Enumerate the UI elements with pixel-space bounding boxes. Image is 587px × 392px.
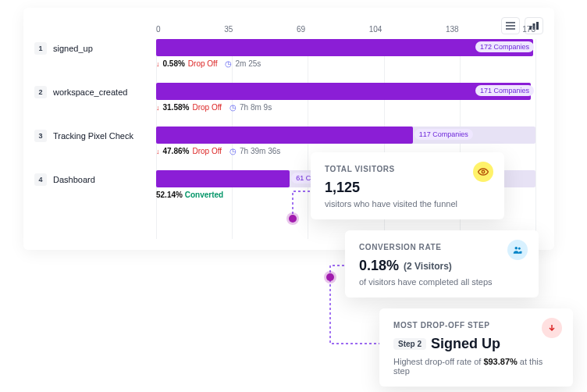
- drop-label: Drop Off: [192, 103, 222, 112]
- time-value: 2m 25s: [235, 59, 261, 68]
- card-value: 0.18% (2 Visitors): [359, 258, 525, 274]
- svg-rect-5: [536, 22, 539, 30]
- conversion-pct: 0.18%: [359, 258, 399, 274]
- card-sub: of visitors have completed all steps: [359, 277, 525, 287]
- most-dropoff-card[interactable]: MOST DROP-OFF STEP Step 2 Signed Up High…: [379, 308, 573, 387]
- drop-label: Drop Off: [192, 147, 222, 155]
- eye-icon: [473, 162, 493, 182]
- card-title: CONVERSION RATE: [359, 243, 525, 251]
- drop-pct: 47.86%: [163, 147, 190, 155]
- step-label: signed_up: [53, 44, 93, 53]
- drop-pct: 31.58%: [163, 103, 190, 112]
- card-value: 1,125: [325, 180, 490, 196]
- time-stat: ◷ 2m 25s: [225, 59, 261, 68]
- drop-off-stat: ↓ 31.58% Drop Off: [156, 103, 222, 112]
- step-number: 2: [34, 86, 47, 98]
- arrow-down-icon: [542, 318, 562, 338]
- card-value: Step 2 Signed Up: [393, 336, 559, 352]
- rate-prefix: Highest drop-off rate of: [393, 357, 483, 366]
- funnel-bar[interactable]: [156, 170, 290, 187]
- people-icon: [507, 240, 528, 260]
- x-tick: 69: [297, 25, 305, 34]
- arrow-down-icon: ↓: [156, 60, 160, 68]
- svg-point-9: [482, 170, 485, 173]
- clock-icon: ◷: [225, 59, 232, 68]
- drop-label: Drop Off: [188, 59, 218, 68]
- arrow-down-icon: ↓: [156, 148, 160, 155]
- x-axis: 0 35 69 104 138 173: [156, 25, 535, 34]
- svg-point-10: [515, 247, 518, 250]
- step-number: 1: [34, 42, 47, 55]
- x-tick: 0: [156, 25, 161, 34]
- clock-icon: ◷: [229, 103, 237, 112]
- total-visitors-card[interactable]: TOTAL VISITORS 1,125 visitors who have v…: [311, 152, 504, 219]
- drop-off-stat: ↓ 0.58% Drop Off: [156, 59, 217, 68]
- drop-pct: 0.58%: [163, 59, 185, 68]
- step-number: 3: [34, 130, 47, 142]
- converted-stat: 52.14% Converted: [156, 191, 223, 199]
- svg-rect-0: [506, 22, 515, 23]
- count-badge: 172 Companies: [475, 41, 534, 52]
- drop-off-stat: ↓ 47.86% Drop Off: [156, 147, 222, 155]
- card-sub: Highest drop-off rate of $93.87% at this…: [393, 357, 559, 376]
- x-tick: 104: [369, 25, 382, 34]
- time-value: 7h 39m 36s: [240, 147, 280, 155]
- step-label: Dashboard: [53, 175, 95, 184]
- arrow-down-icon: ↓: [156, 104, 160, 112]
- count-badge: 117 Companies: [414, 129, 473, 140]
- card-sub: visitors who have visited the funnel: [325, 199, 490, 208]
- conversion-extra: (2 Visitors): [404, 261, 452, 272]
- step-number: 4: [34, 173, 47, 186]
- clock-icon: ◷: [229, 147, 237, 155]
- converted-pct: 52.14%: [156, 191, 183, 199]
- count-badge: 171 Companies: [475, 85, 534, 96]
- time-stat: ◷ 7h 8m 9s: [229, 103, 272, 112]
- step-label: Tracking Pixel Check: [53, 131, 133, 141]
- card-title: TOTAL VISITORS: [325, 165, 490, 173]
- step-chip: Step 2: [393, 338, 426, 350]
- card-title: MOST DROP-OFF STEP: [393, 321, 559, 330]
- funnel-step-row: 1 signed_up 172 Companies ↓ 0.58% Drop O…: [34, 39, 535, 83]
- funnel-bar[interactable]: [156, 127, 413, 144]
- connector-dot: [326, 273, 334, 281]
- x-tick: 173: [522, 25, 535, 34]
- connector-dot: [289, 215, 297, 223]
- conversion-rate-card[interactable]: CONVERSION RATE 0.18% (2 Visitors) of vi…: [345, 230, 539, 298]
- time-value: 7h 8m 9s: [240, 103, 272, 112]
- svg-point-11: [518, 248, 521, 250]
- rate-value: $93.87%: [483, 357, 517, 366]
- x-tick: 35: [224, 25, 233, 34]
- dropoff-step-name: Signed Up: [431, 336, 500, 352]
- x-tick: 138: [446, 25, 459, 34]
- converted-label: Converted: [185, 191, 223, 199]
- time-stat: ◷ 7h 39m 36s: [229, 147, 280, 155]
- funnel-step-row: 2 workspace_created 171 Companies ↓ 31.5…: [34, 83, 535, 127]
- step-label: workspace_created: [53, 87, 127, 97]
